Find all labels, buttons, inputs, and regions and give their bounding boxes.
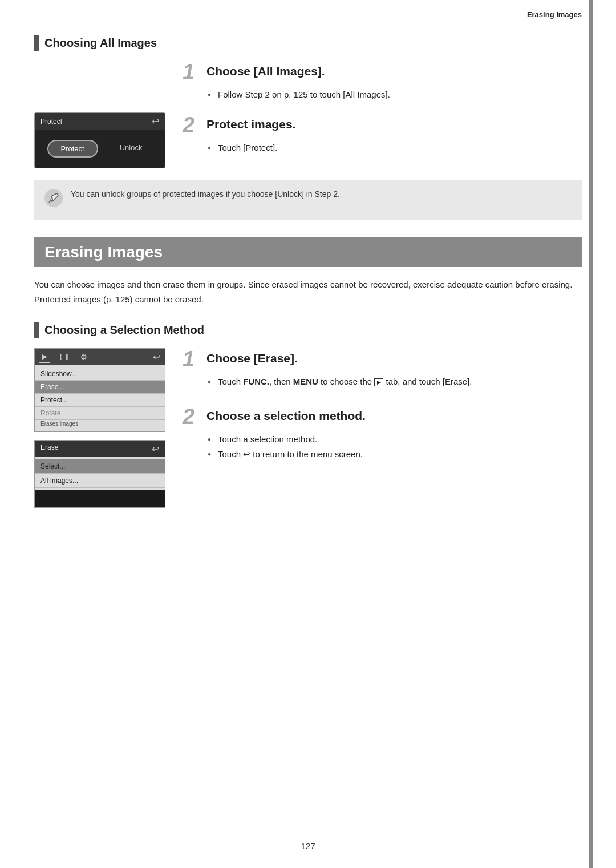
erase-step-1-number: 1 (183, 348, 201, 370)
menu-item-erase[interactable]: Erase... (35, 381, 165, 394)
erase-steps-column: 1 Choose [Erase]. Touch FUNC., then MENU… (183, 348, 582, 463)
erase-label: Erase (40, 443, 58, 454)
erase-back-arrow: ↩ (152, 443, 159, 454)
func-text: FUNC. (243, 377, 269, 386)
erase-step-2-bullet-2: Touch ↩ to return to the menu screen. (208, 448, 582, 461)
protect-ui-box: Protect ↩ Protect Unlock (34, 112, 165, 168)
unlock-button[interactable]: Unlock (110, 140, 153, 158)
erase-ui-column: ▶ 🎞 ⚙ ↩ Slideshow... Erase... Protect...… (34, 348, 165, 508)
erase-step-2-number: 2 (183, 406, 201, 427)
erase-step-2-row: 2 Choose a selection method. (183, 406, 582, 427)
choosing-all-images-layout: Protect ↩ Protect Unlock 1 Choose [All I… (34, 61, 582, 168)
protect-ui-column: Protect ↩ Protect Unlock (34, 61, 165, 168)
step-2-heading: Protect images. (206, 118, 295, 131)
menu-ui-box: ▶ 🎞 ⚙ ↩ Slideshow... Erase... Protect...… (34, 348, 165, 432)
menu-item-protect[interactable]: Protect... (35, 394, 165, 407)
protect-ui-label: Protect (40, 118, 62, 126)
menu-text: MENU (293, 377, 318, 386)
back-symbol: ↩ (243, 449, 250, 459)
choosing-all-images-header: Choosing All Images (34, 29, 582, 51)
section-bar-decoration (34, 35, 39, 51)
menu-topbar: ▶ 🎞 ⚙ ↩ (35, 349, 165, 365)
tab-settings[interactable]: ⚙ (78, 352, 90, 362)
step-1-row: 1 Choose [All Images]. (183, 61, 582, 83)
choosing-all-steps-column: 1 Choose [All Images]. Follow Step 2 on … (183, 61, 582, 156)
erase-item-all-images[interactable]: All Images... (35, 474, 165, 488)
selection-section-bar (34, 322, 39, 338)
protect-ui-header: Protect ↩ (35, 113, 165, 130)
menu-items: Slideshow... Erase... Protect... Rotate … (35, 365, 165, 431)
step-2-number: 2 (183, 114, 201, 136)
step-2-bullet-1: Touch [Protect]. (208, 142, 582, 155)
erase-submenu-header: Erase ↩ (35, 441, 165, 457)
menu-item-slideshow[interactable]: Slideshow... (35, 368, 165, 381)
menu-item-note: Erases images (35, 420, 165, 429)
page-header: Erasing Images (527, 10, 582, 19)
protect-button[interactable]: Protect (47, 140, 98, 158)
erase-step-1-bullets: Touch FUNC., then MENU to choose the ▶ t… (208, 376, 582, 389)
erase-step-1-row: 1 Choose [Erase]. (183, 348, 582, 370)
step-1-number: 1 (183, 61, 201, 83)
header-section-title: Erasing Images (527, 10, 582, 19)
menu-tabs: ▶ 🎞 ⚙ (39, 351, 90, 363)
erase-step-1-heading: Choose [Erase]. (206, 352, 298, 365)
erasing-images-title: Erasing Images (44, 243, 163, 261)
side-bar (589, 0, 593, 868)
tab-play[interactable]: ▶ (39, 351, 50, 363)
note-icon (43, 188, 64, 212)
step-2-bullets: Touch [Protect]. (208, 142, 582, 155)
erasing-description: You can choose images and then erase the… (34, 277, 582, 306)
choosing-selection-header: Choosing a Selection Method (34, 316, 582, 338)
erase-step-1-bullet-1: Touch FUNC., then MENU to choose the ▶ t… (208, 376, 582, 389)
erasing-layout: ▶ 🎞 ⚙ ↩ Slideshow... Erase... Protect...… (34, 348, 582, 508)
choosing-selection-title: Choosing a Selection Method (44, 324, 204, 337)
play-tab-icon: ▶ (374, 378, 383, 386)
protect-back-arrow: ↩ (152, 116, 159, 127)
step-2-row: 2 Protect images. (183, 114, 582, 136)
step-1-heading: Choose [All Images]. (206, 64, 325, 78)
menu-item-rotate[interactable]: Rotate (35, 407, 165, 420)
note-text: You can unlock groups of protected image… (71, 188, 340, 200)
step-1-bullet-1: Follow Step 2 on p. 125 to touch [All Im… (208, 88, 582, 102)
choosing-all-images-title: Choosing All Images (44, 37, 157, 50)
page-number: 127 (301, 841, 315, 851)
tab-camera[interactable]: 🎞 (58, 352, 70, 363)
erase-step-2-bullets: Touch a selection method. Touch ↩ to ret… (208, 433, 582, 461)
step-1-bullets: Follow Step 2 on p. 125 to touch [All Im… (208, 88, 582, 102)
erase-submenu-box: Erase ↩ Select... All Images... (34, 440, 165, 508)
erase-step-2-bullet-1: Touch a selection method. (208, 433, 582, 446)
protect-button-row: Protect Unlock (35, 130, 165, 168)
erase-step-2-heading: Choose a selection method. (206, 409, 366, 423)
erase-items: Select... All Images... (35, 457, 165, 490)
menu-back-arrow: ↩ (153, 352, 160, 362)
erasing-images-section: Erasing Images (34, 237, 582, 267)
note-box: You can unlock groups of protected image… (34, 180, 582, 220)
main-content: Choosing All Images Protect ↩ Protect Un… (34, 29, 582, 508)
erase-item-select[interactable]: Select... (35, 459, 165, 474)
